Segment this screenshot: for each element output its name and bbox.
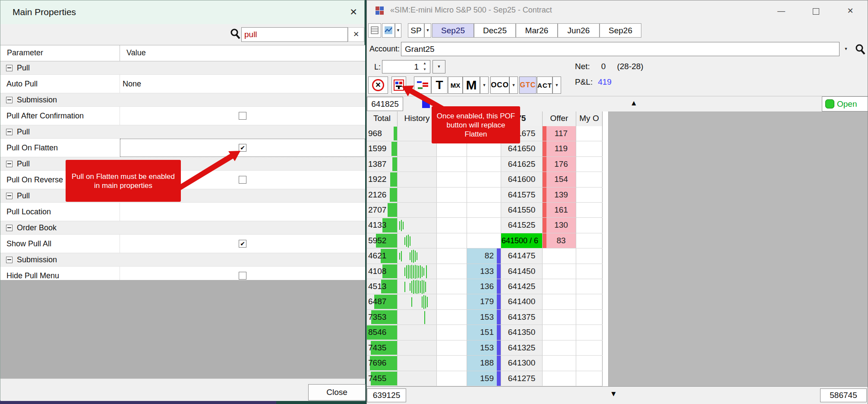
ladder-offer-cell[interactable]: 154 xyxy=(543,172,576,187)
ladder-myorders-cell[interactable] xyxy=(576,356,603,370)
oco-dropdown-icon[interactable]: ▼ xyxy=(509,76,518,94)
symbol-button[interactable]: SP xyxy=(408,23,424,38)
collapse-icon[interactable] xyxy=(6,129,13,135)
tab-sep26[interactable]: Sep26 xyxy=(600,23,641,38)
collapse-icon[interactable] xyxy=(6,97,13,103)
chart-dropdown-icon[interactable]: ▼ xyxy=(395,23,401,38)
pull-on-flatten-button[interactable] xyxy=(391,76,406,94)
ladder-offer-cell[interactable] xyxy=(543,356,576,370)
ladder-price-cell[interactable]: 641275 xyxy=(501,371,543,386)
account-dropdown-icon[interactable]: ▼ xyxy=(840,42,852,56)
ladder-myorders-cell[interactable] xyxy=(576,248,603,263)
maximize-icon[interactable] xyxy=(807,4,824,18)
collapse-icon[interactable] xyxy=(6,161,13,167)
collapse-icon[interactable] xyxy=(6,257,13,263)
act-button[interactable]: ACT xyxy=(537,76,552,94)
ladder-myorders-cell[interactable] xyxy=(576,371,603,386)
ladder-offer-cell[interactable] xyxy=(543,264,576,279)
ladder-price-cell[interactable]: 641600 xyxy=(501,172,543,187)
ladder-offer-cell[interactable]: 176 xyxy=(543,157,576,172)
ladder-price-cell[interactable]: 641300 xyxy=(501,356,543,370)
ladder-offer-cell[interactable] xyxy=(543,340,576,355)
close-icon[interactable]: ✕ xyxy=(842,4,859,18)
collapse-icon[interactable] xyxy=(6,65,13,71)
mx-button[interactable]: MX xyxy=(448,76,463,94)
collapse-icon[interactable] xyxy=(6,225,13,231)
close-button[interactable]: Close xyxy=(308,384,366,401)
group-row-submission[interactable]: Submission xyxy=(0,253,365,267)
ladder-offer-cell[interactable] xyxy=(543,310,576,324)
window-titlebar[interactable]: «SIM:E-mini Micro S&P 500 - Sep25 - Cont… xyxy=(367,0,868,22)
group-row-pull[interactable]: Pull xyxy=(0,157,365,171)
ladder-price-cell[interactable]: 641550 xyxy=(501,203,543,217)
ladder-offer-cell[interactable]: 139 xyxy=(543,188,576,202)
collapse-icon[interactable] xyxy=(6,193,13,199)
ladder-price-cell[interactable]: 641475 xyxy=(501,248,543,263)
ladder-myorders-cell[interactable] xyxy=(576,188,603,202)
symbol-dropdown-icon[interactable]: ▼ xyxy=(424,23,431,38)
ladder-myorders-cell[interactable] xyxy=(576,126,603,141)
ladder-offer-cell[interactable]: 117 xyxy=(543,126,576,141)
ladder-price-cell[interactable]: 641325 xyxy=(501,340,543,355)
parameter-value[interactable]: None xyxy=(120,75,365,93)
ladder-price-cell[interactable]: 641500 / 6 xyxy=(501,233,543,248)
ladder-bid-cell[interactable] xyxy=(467,188,501,202)
tab-mar26[interactable]: Mar26 xyxy=(516,23,558,38)
checkbox-unchecked[interactable] xyxy=(239,112,246,120)
flatten-button[interactable] xyxy=(414,76,431,94)
trailer-button[interactable]: T xyxy=(431,76,448,94)
group-row-pull[interactable]: Pull xyxy=(0,61,365,75)
ladder-bid-cell[interactable]: 179 xyxy=(467,294,501,309)
tab-sep25[interactable]: Sep25 xyxy=(432,23,474,38)
checkbox-checked[interactable]: ✔ xyxy=(239,144,246,152)
group-row-pull[interactable]: Pull xyxy=(0,125,365,139)
ladder-bid-cell[interactable] xyxy=(467,141,501,156)
ladder-price-cell[interactable]: 641625 xyxy=(501,157,543,172)
parameter-value[interactable] xyxy=(120,107,365,125)
minimize-icon[interactable]: — xyxy=(773,4,790,18)
group-row-order-book[interactable]: Order Book xyxy=(0,221,365,235)
ladder-myorders-cell[interactable] xyxy=(576,172,603,187)
chart-icon[interactable] xyxy=(382,23,395,38)
ladder-offer-cell[interactable] xyxy=(543,325,576,340)
ladder-myorders-cell[interactable] xyxy=(576,141,603,156)
ladder-offer-cell[interactable]: 161 xyxy=(543,203,576,217)
ladder-price-cell[interactable]: 641525 xyxy=(501,218,543,232)
checkbox-checked[interactable]: ✔ xyxy=(239,240,246,248)
cancel-all-button[interactable]: ✕ xyxy=(368,76,388,94)
ladder-offer-cell[interactable] xyxy=(543,371,576,386)
ladder-myorders-cell[interactable] xyxy=(576,218,603,232)
ladder-bid-cell[interactable]: 136 xyxy=(467,279,501,294)
ladder-bid-cell[interactable]: 159 xyxy=(467,371,501,386)
ladder-price-cell[interactable]: 641350 xyxy=(501,325,543,340)
act-dropdown-icon[interactable]: ▼ xyxy=(552,76,561,94)
parameter-value[interactable] xyxy=(120,203,365,221)
checkbox-unchecked[interactable] xyxy=(239,176,246,184)
scroll-up-icon[interactable]: ▲ xyxy=(630,99,638,108)
parameter-value[interactable]: ✔ xyxy=(120,139,365,157)
ladder-bid-cell[interactable] xyxy=(467,218,501,232)
lot-size-stepper[interactable]: 1 ▲ ▼ xyxy=(382,60,430,73)
lot-size-dropdown-icon[interactable]: ▼ xyxy=(432,60,445,73)
layout-icon[interactable] xyxy=(368,23,381,38)
oco-button[interactable]: OCO xyxy=(490,76,509,94)
clear-search-icon[interactable]: ✕ xyxy=(348,27,364,42)
ladder-myorders-cell[interactable] xyxy=(576,203,603,217)
search-input[interactable] xyxy=(241,27,348,42)
ladder-bid-cell[interactable] xyxy=(467,233,501,248)
ladder-myorders-cell[interactable] xyxy=(576,340,603,355)
market-button[interactable]: M xyxy=(463,76,480,94)
ladder-myorders-cell[interactable] xyxy=(576,325,603,340)
account-input[interactable] xyxy=(401,42,840,56)
ladder-offer-cell[interactable] xyxy=(543,248,576,263)
dialog-titlebar[interactable]: Main Properties ✕ xyxy=(0,0,364,24)
account-search-icon[interactable] xyxy=(853,42,867,56)
ladder-offer-cell[interactable]: 119 xyxy=(543,141,576,156)
group-row-pull[interactable]: Pull xyxy=(0,189,365,203)
group-row-submission[interactable]: Submission xyxy=(0,93,365,107)
ladder-bid-cell[interactable]: 133 xyxy=(467,264,501,279)
ladder-bid-cell[interactable]: 82 xyxy=(467,248,501,263)
ladder-price-cell[interactable]: 641400 xyxy=(501,294,543,309)
ladder-bid-cell[interactable]: 153 xyxy=(467,310,501,324)
ladder-myorders-cell[interactable] xyxy=(576,279,603,294)
